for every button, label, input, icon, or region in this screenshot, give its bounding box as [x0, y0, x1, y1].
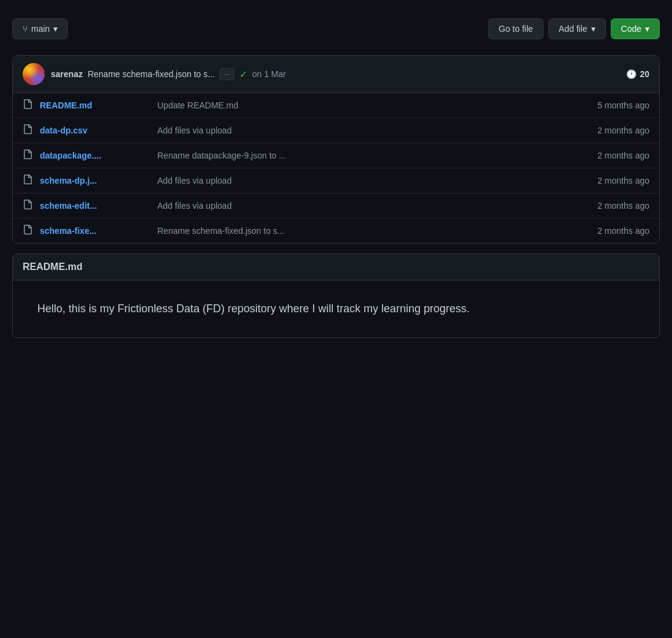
readme-title: README.md [23, 261, 83, 272]
goto-file-button[interactable]: Go to file [488, 18, 543, 39]
file-name[interactable]: schema-dp.j... [40, 176, 150, 186]
readme-header: README.md [13, 254, 659, 280]
file-name[interactable]: schema-edit... [40, 201, 150, 211]
file-table: sarenaz Rename schema-fixed.json to s...… [12, 55, 660, 244]
table-row[interactable]: README.md Update README.md 5 months ago [13, 93, 659, 118]
file-commit-message: Rename schema-fixed.json to s... [157, 226, 590, 236]
code-button[interactable]: Code [611, 18, 660, 39]
file-name[interactable]: data-dp.csv [40, 126, 150, 135]
avatar [23, 63, 45, 85]
file-icon [23, 175, 32, 187]
file-time: 2 months ago [597, 226, 649, 236]
file-rows: README.md Update README.md 5 months ago … [13, 93, 659, 243]
add-file-button[interactable]: Add file [548, 18, 606, 39]
history-icon: 🕐 [626, 69, 637, 79]
file-time: 2 months ago [597, 201, 649, 211]
branch-icon: ⑂ [23, 24, 28, 34]
file-commit-message: Rename datapackage-9.json to ... [157, 151, 590, 160]
code-chevron-icon [645, 24, 649, 34]
action-buttons: Go to file Add file Code [488, 18, 660, 39]
file-time: 2 months ago [597, 176, 649, 186]
readme-body: Hello, this is my Frictionless Data (FD)… [13, 280, 659, 337]
commit-count: 20 [640, 69, 649, 79]
file-name[interactable]: datapackage.... [40, 151, 150, 160]
code-label: Code [621, 24, 641, 34]
branch-chevron-icon [53, 24, 58, 34]
commit-check-icon: ✓ [239, 69, 247, 80]
commit-header: sarenaz Rename schema-fixed.json to s...… [13, 56, 659, 93]
commit-message: Rename schema-fixed.json to s... [88, 69, 215, 79]
file-time: 5 months ago [597, 100, 649, 110]
file-name[interactable]: README.md [40, 100, 150, 110]
file-commit-message: Add files via upload [157, 126, 590, 135]
add-file-chevron-icon [591, 24, 595, 34]
table-row[interactable]: schema-dp.j... Add files via upload 2 mo… [13, 168, 659, 193]
table-row[interactable]: data-dp.csv Add files via upload 2 month… [13, 118, 659, 143]
readme-text: Hello, this is my Frictionless Data (FD)… [37, 300, 635, 318]
file-commit-message: Update README.md [157, 100, 590, 110]
commit-date: on 1 Mar [252, 69, 286, 79]
toolbar: ⑂ main Go to file Add file Code [12, 12, 660, 45]
add-file-label: Add file [559, 24, 588, 34]
file-time: 2 months ago [597, 126, 649, 135]
table-row[interactable]: schema-fixe... Rename schema-fixed.json … [13, 219, 659, 243]
file-icon [23, 149, 32, 162]
table-row[interactable]: schema-edit... Add files via upload 2 mo… [13, 193, 659, 219]
file-time: 2 months ago [597, 151, 649, 160]
file-icon [23, 200, 32, 212]
commit-info: sarenaz Rename schema-fixed.json to s...… [51, 68, 620, 80]
file-icon [23, 124, 32, 137]
commit-author[interactable]: sarenaz [51, 69, 83, 79]
branch-label: main [31, 24, 50, 34]
file-name[interactable]: schema-fixe... [40, 226, 150, 236]
commit-dots-button[interactable]: ··· [220, 68, 234, 80]
readme-section: README.md Hello, this is my Frictionless… [12, 253, 660, 338]
branch-selector[interactable]: ⑂ main [12, 18, 68, 39]
file-commit-message: Add files via upload [157, 201, 590, 211]
file-icon [23, 99, 32, 111]
table-row[interactable]: datapackage.... Rename datapackage-9.jso… [13, 143, 659, 168]
commit-history-link[interactable]: 🕐 20 [626, 69, 649, 79]
file-commit-message: Add files via upload [157, 176, 590, 186]
file-icon [23, 225, 32, 237]
